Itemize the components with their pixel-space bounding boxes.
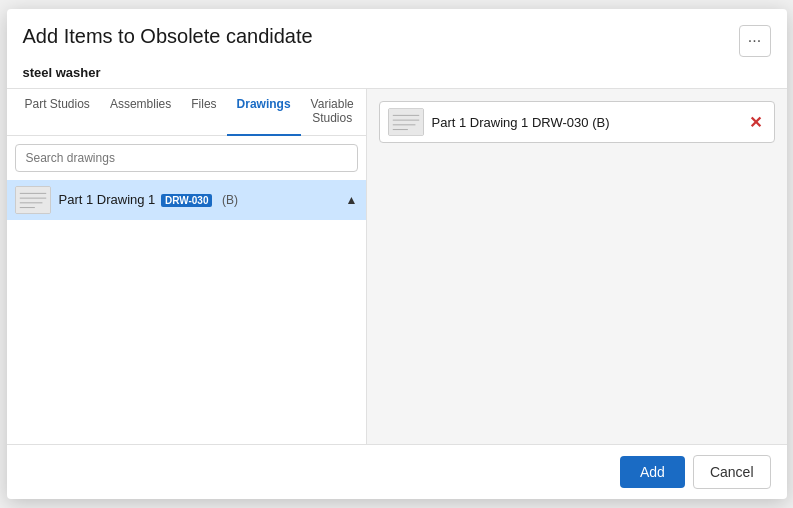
cancel-button[interactable]: Cancel — [693, 455, 771, 489]
search-input[interactable] — [15, 144, 358, 172]
dialog-title: Add Items to Obsolete candidate — [23, 25, 313, 48]
item-thumbnail — [15, 186, 51, 214]
item-list: Part 1 Drawing 1 DRW-030 (B) ▲ — [7, 180, 366, 444]
tab-bar: Part Studios Assemblies Files Drawings V… — [7, 89, 366, 136]
more-icon: ··· — [748, 32, 761, 50]
add-items-dialog: Add Items to Obsolete candidate ··· stee… — [7, 9, 787, 499]
svg-rect-5 — [389, 109, 423, 135]
item-version: (B) — [222, 193, 238, 207]
tab-part-studios[interactable]: Part Studios — [15, 89, 100, 136]
left-panel: Part Studios Assemblies Files Drawings V… — [7, 89, 367, 444]
tab-drawings[interactable]: Drawings — [227, 89, 301, 136]
tab-variable-studios[interactable]: VariableStudios — [301, 89, 364, 136]
list-item[interactable]: Part 1 Drawing 1 DRW-030 (B) ▲ — [7, 180, 366, 220]
item-badge: DRW-030 — [161, 194, 213, 207]
item-name: Part 1 Drawing 1 DRW-030 (B) — [59, 192, 338, 207]
tab-files[interactable]: Files — [181, 89, 226, 136]
dialog-footer: Add Cancel — [7, 444, 787, 499]
selected-item: Part 1 Drawing 1 DRW-030 (B) ✕ — [379, 101, 775, 143]
dialog-body: Part Studios Assemblies Files Drawings V… — [7, 88, 787, 444]
add-button[interactable]: Add — [620, 456, 685, 488]
tab-assemblies[interactable]: Assemblies — [100, 89, 181, 136]
item-selected-indicator: ▲ — [346, 193, 358, 207]
dialog-header: Add Items to Obsolete candidate ··· — [7, 9, 787, 65]
dialog-subtitle: steel washer — [7, 65, 787, 88]
more-options-button[interactable]: ··· — [739, 25, 771, 57]
remove-item-button[interactable]: ✕ — [745, 113, 766, 132]
search-container — [7, 136, 366, 180]
close-icon: ✕ — [749, 113, 762, 132]
selected-item-thumbnail — [388, 108, 424, 136]
svg-rect-0 — [16, 187, 50, 213]
selected-item-name: Part 1 Drawing 1 DRW-030 (B) — [432, 115, 737, 130]
right-panel: Part 1 Drawing 1 DRW-030 (B) ✕ — [367, 89, 787, 444]
